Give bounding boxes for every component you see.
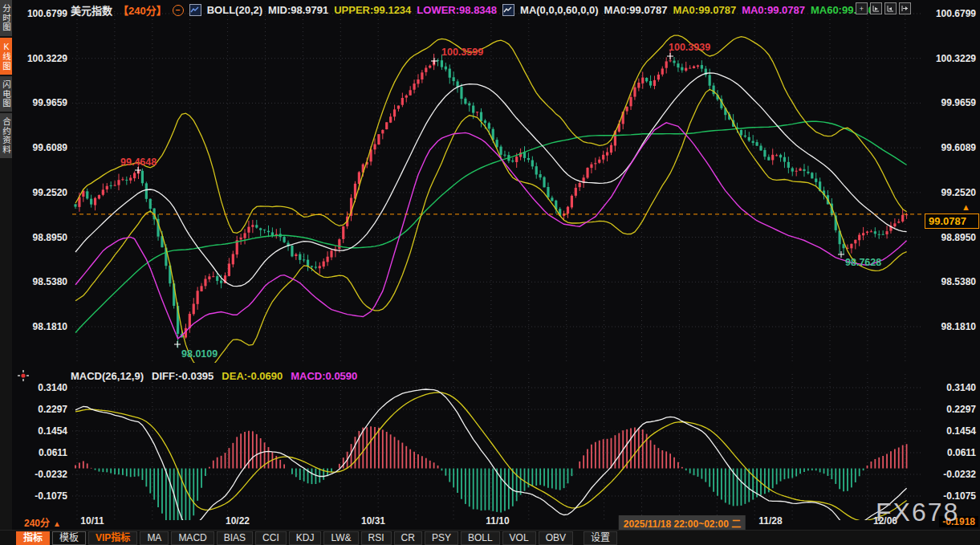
axis-label: 98.1810 — [33, 321, 68, 332]
zoom-out-axis-icon[interactable] — [884, 2, 897, 14]
axis-label: 0.3140 — [38, 382, 67, 393]
axis-label: 98.8950 — [941, 232, 977, 243]
boll-lower-value: LOWER:98.8348 — [417, 4, 497, 16]
current-price-tag: 99.0787 — [925, 214, 979, 229]
sidebar-item-3[interactable]: 闪电图 — [0, 76, 12, 112]
chart-type-sidebar: 分时图K线图闪电图合约资料 — [0, 0, 12, 545]
toolbar-button-rsi[interactable]: RSI — [361, 531, 392, 545]
ma-label: MA(0,0,0,60,0,0) — [520, 4, 599, 16]
boll-chart-icon[interactable] — [189, 4, 201, 16]
x-axis-date-label: 11/28 — [758, 515, 782, 527]
toolbar-button-lw[interactable]: LW& — [323, 531, 358, 545]
axis-label: 99.9659 — [941, 97, 977, 108]
axis-labels: 100.6799100.6799100.3229100.322999.96599… — [27, 8, 976, 502]
axis-label: 0.1454 — [38, 425, 67, 437]
sidebar-item-2[interactable]: K线图 — [0, 38, 12, 75]
price-annotations: 99.4648100.3599100.393998.010998.7628 — [120, 42, 881, 360]
x-axis-period-label[interactable]: 240分▲ — [24, 515, 61, 529]
sidebar-item-4[interactable]: 合约资料 — [0, 113, 12, 158]
macd-diff-value: DIFF:-0.0395 — [152, 370, 213, 382]
x-axis-date-label: 11/10 — [486, 515, 509, 527]
toolbar-button-kdj[interactable]: KDJ — [289, 531, 322, 545]
indicator-header: 美元指数 【240分】 − BOLL(20,2) MID:98.9791 UPP… — [71, 2, 880, 18]
axis-label: 98.1810 — [941, 321, 977, 332]
x-axis-date-label: 10/11 — [80, 515, 104, 527]
x-axis-selected-date: 2025/11/18 22:00~02:00 二 — [619, 515, 746, 531]
axis-label: 0.0611 — [39, 447, 67, 458]
toolbar-button-[interactable]: 指标 — [16, 531, 50, 545]
toolbar-button-cr[interactable]: CR — [394, 531, 422, 545]
chart-app-window: 100.6799100.6799100.3229100.322999.96599… — [0, 0, 980, 545]
x-axis-date-label: 12/06 — [873, 515, 897, 527]
high-annotation: 99.4648 — [120, 157, 157, 168]
macd-params-label: MACD(26,12,9) — [71, 370, 144, 382]
period-dropdown-icon: ▲ — [53, 519, 61, 528]
high-annotation: 100.3599 — [441, 47, 483, 58]
main-chart[interactable]: 100.6799100.6799100.3229100.322999.96599… — [0, 0, 980, 545]
pan-right-icon[interactable] — [899, 2, 911, 14]
axis-label: 0.2297 — [946, 404, 976, 415]
overlay-lines-layer — [75, 35, 907, 368]
axis-label: 99.6089 — [941, 142, 977, 153]
low-annotation: 98.0109 — [181, 348, 218, 360]
ma0-value-3: MA0:99.0787 — [742, 4, 805, 16]
toolbar-button-macd[interactable]: MACD — [171, 531, 213, 545]
axis-label: 100.3229 — [27, 53, 67, 64]
x-axis-date-label: 10/31 — [361, 515, 385, 527]
axis-label: 98.8950 — [33, 232, 68, 243]
ma0-value-1: MA0:99.0787 — [604, 4, 668, 16]
toolbar-button-obv[interactable]: OBV — [539, 531, 573, 545]
axis-label: -0.0232 — [35, 469, 67, 480]
axis-label: 98.5380 — [33, 276, 68, 287]
x-axis: 240分▲ 10/1110/2210/3111/102025/11/18 22:… — [0, 515, 980, 529]
axis-label: 99.6089 — [33, 142, 68, 153]
axis-label: 100.6799 — [27, 8, 67, 19]
axis-label: -0.1075 — [943, 490, 976, 502]
toolbar-button-[interactable]: 模板 — [52, 531, 86, 545]
toolbar-button-vip[interactable]: VIP指标 — [88, 531, 137, 545]
boll-mid-value: MID:98.9791 — [268, 4, 328, 16]
toolbar-button-boll[interactable]: BOLL — [461, 531, 500, 545]
collapse-icon[interactable]: − — [173, 5, 184, 16]
macd-dea-value: DEA:-0.0690 — [222, 370, 283, 382]
axis-label: 0.3140 — [946, 382, 976, 393]
toolbar-button-[interactable]: 设置 — [584, 531, 617, 545]
chart-layout-toolbar: + — [856, 2, 911, 14]
toolbar-button-psy[interactable]: PSY — [425, 531, 458, 545]
zoom-in-axis-icon[interactable] — [870, 2, 882, 14]
period-label: 【240分】 — [118, 2, 167, 18]
axis-label: 99.2520 — [33, 187, 68, 198]
axis-label: 99.9659 — [33, 97, 68, 108]
high-annotation: 100.3939 — [669, 42, 710, 53]
low-annotation: 98.7628 — [845, 257, 881, 268]
axis-label: -0.1075 — [35, 490, 67, 502]
toolbar-button-bias[interactable]: BIAS — [217, 531, 253, 545]
x-axis-date-label: 10/22 — [226, 515, 250, 527]
toolbar-button-ma[interactable]: MA — [140, 531, 169, 545]
macd-indicator-header: MACD(26,12,9) DIFF:-0.0395 DEA:-0.0690 M… — [71, 370, 357, 382]
axis-label: 0.2297 — [38, 404, 67, 415]
axis-label: -0.0232 — [943, 469, 976, 480]
macd-pane-settings-icon[interactable] — [18, 370, 29, 381]
axis-label: 100.3229 — [936, 53, 976, 64]
macd-value: MACD:0.0590 — [291, 370, 357, 382]
toolbar-button-vol[interactable]: VOL — [502, 531, 536, 545]
price-up-arrow-icon: ▲ — [962, 202, 970, 212]
indicator-toolbar: 指标模板VIP指标MAMACDBIASCCIKDJLW&RSICRPSYBOLL… — [0, 530, 980, 545]
sidebar-item-1[interactable]: 分时图 — [0, 0, 12, 36]
crosshair-move-icon[interactable]: + — [856, 2, 868, 14]
boll-upper-value: UPPER:99.1234 — [334, 4, 411, 16]
ma-chart-icon[interactable] — [502, 4, 514, 16]
axis-label: 100.6799 — [936, 8, 976, 19]
axis-label: 0.1454 — [946, 425, 976, 437]
axis-label: 0.0611 — [947, 447, 976, 458]
axis-label: 99.2520 — [941, 187, 977, 198]
macd-corner-value: -0.1918 — [939, 516, 978, 527]
ma0-value-2: MA0:99.0787 — [673, 4, 736, 16]
boll-label: BOLL(20,2) — [207, 4, 262, 16]
grid-lines — [72, 11, 923, 520]
toolbar-button-cci[interactable]: CCI — [255, 531, 287, 545]
candles-layer — [74, 50, 908, 348]
symbol-title: 美元指数 — [71, 2, 112, 18]
axis-label: 98.5380 — [941, 276, 977, 287]
